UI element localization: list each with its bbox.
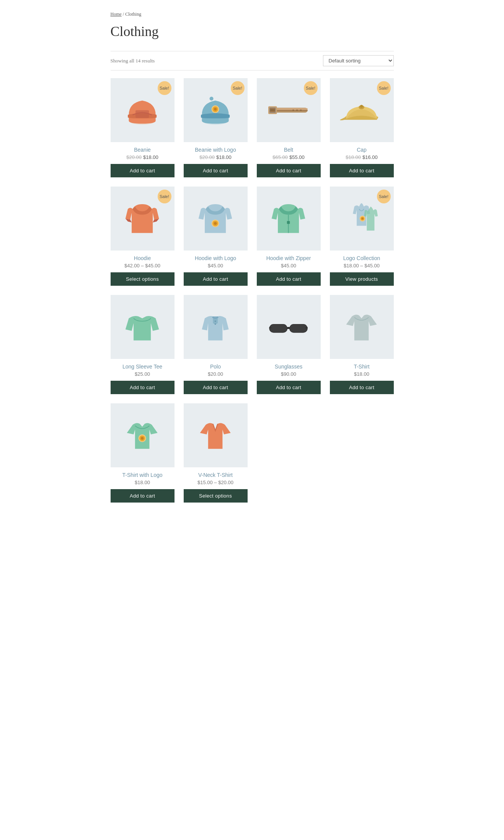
product-card-hoodie-logo: Hoodie with Logo $45.00 Add to cart <box>184 187 248 286</box>
product-card-cap: Sale! Cap $18.00$16.00 Add to cart <box>330 78 394 177</box>
results-count: Showing all 14 results <box>111 58 155 64</box>
breadcrumb: Home / Clothing <box>111 11 394 17</box>
product-image-long-sleeve-tee <box>111 295 175 359</box>
svg-point-5 <box>214 108 217 111</box>
product-image-hoodie: Sale! <box>111 187 175 251</box>
product-name-belt: Belt <box>284 147 293 153</box>
product-image-tshirt <box>330 295 394 359</box>
btn-select_options-hoodie[interactable]: Select options <box>111 272 175 286</box>
svg-rect-1 <box>135 110 149 118</box>
svg-point-20 <box>214 222 217 225</box>
toolbar: Showing all 14 results Default sorting S… <box>111 51 394 70</box>
product-name-beanie: Beanie <box>134 147 151 153</box>
product-card-tshirt-logo: T-Shirt with Logo $18.00 Add to cart <box>111 403 175 503</box>
product-price-beanie-logo: $20.00$18.00 <box>199 154 232 160</box>
product-image-beanie: Sale! <box>111 78 175 142</box>
product-price-sunglasses: $90.00 <box>281 371 296 377</box>
btn-add_to_cart-beanie-logo[interactable]: Add to cart <box>184 164 248 177</box>
product-image-tshirt-logo <box>111 403 175 467</box>
product-card-logo-collection: Sale! Logo Collection $18.00 – $45.00 Vi… <box>330 187 394 286</box>
svg-point-6 <box>210 97 214 100</box>
product-price-hoodie-logo: $45.00 <box>208 263 223 269</box>
svg-rect-34 <box>290 324 307 332</box>
product-card-sunglasses: Sunglasses $90.00 Add to cart <box>257 295 321 394</box>
btn-add_to_cart-tshirt-logo[interactable]: Add to cart <box>111 489 175 503</box>
product-name-hoodie-zipper: Hoodie with Zipper <box>266 255 311 261</box>
btn-add_to_cart-hoodie-logo[interactable]: Add to cart <box>184 272 248 286</box>
btn-add_to_cart-polo[interactable]: Add to cart <box>184 381 248 394</box>
svg-rect-33 <box>270 324 287 332</box>
svg-point-37 <box>141 437 144 440</box>
product-name-beanie-logo: Beanie with Logo <box>195 147 236 153</box>
product-price-tshirt-logo: $18.00 <box>135 480 150 485</box>
product-card-tshirt: T-Shirt $18.00 Add to cart <box>330 295 394 394</box>
product-price-long-sleeve-tee: $25.00 <box>135 371 150 377</box>
product-name-long-sleeve-tee: Long Sleeve Tee <box>122 364 162 370</box>
btn-add_to_cart-hoodie-zipper[interactable]: Add to cart <box>257 272 321 286</box>
product-name-hoodie: Hoodie <box>134 255 151 261</box>
sale-badge: Sale! <box>158 190 171 203</box>
btn-add_to_cart-long-sleeve-tee[interactable]: Add to cart <box>111 381 175 394</box>
product-image-beanie-logo: Sale! <box>184 78 248 142</box>
product-price-logo-collection: $18.00 – $45.00 <box>344 263 380 269</box>
product-price-hoodie: $42.00 – $45.00 <box>124 263 160 269</box>
product-price-tshirt: $18.00 <box>354 371 369 377</box>
product-name-tshirt: T-Shirt <box>354 364 369 370</box>
svg-point-27 <box>215 323 216 325</box>
btn-add_to_cart-belt[interactable]: Add to cart <box>257 164 321 177</box>
product-price-polo: $20.00 <box>208 371 223 377</box>
product-name-tshirt-logo: T-Shirt with Logo <box>122 472 162 478</box>
svg-rect-30 <box>287 327 290 329</box>
product-card-long-sleeve-tee: Long Sleeve Tee $25.00 Add to cart <box>111 295 175 394</box>
svg-point-26 <box>215 321 216 322</box>
product-price-beanie: $20.00$18.00 <box>126 154 158 160</box>
svg-point-25 <box>362 218 364 219</box>
product-image-vneck <box>184 403 248 467</box>
product-image-hoodie-logo <box>184 187 248 251</box>
product-price-belt: $65.00$55.00 <box>272 154 305 160</box>
product-price-vneck: $15.00 – $20.00 <box>197 480 233 485</box>
svg-point-15 <box>300 110 302 111</box>
product-card-polo: Polo $20.00 Add to cart <box>184 295 248 394</box>
product-name-sunglasses: Sunglasses <box>275 364 302 370</box>
product-card-belt: Sale! Belt $65.00$55.00 Add to cart <box>257 78 321 177</box>
btn-view_products-logo-collection[interactable]: View products <box>330 272 394 286</box>
svg-rect-12 <box>270 109 275 111</box>
sale-badge: Sale! <box>231 81 245 95</box>
sort-select[interactable]: Default sorting Sort by popularity Sort … <box>323 55 394 66</box>
btn-add_to_cart-tshirt[interactable]: Add to cart <box>330 381 394 394</box>
svg-point-13 <box>293 110 294 111</box>
product-name-logo-collection: Logo Collection <box>343 255 380 261</box>
product-name-cap: Cap <box>357 147 367 153</box>
btn-add_to_cart-beanie[interactable]: Add to cart <box>111 164 175 177</box>
product-card-beanie: Sale! Beanie $20.00$18.00 Add to cart <box>111 78 175 177</box>
product-name-vneck: V-Neck T-Shirt <box>198 472 233 478</box>
sale-badge: Sale! <box>377 190 391 203</box>
product-price-hoodie-zipper: $45.00 <box>281 263 296 269</box>
product-image-logo-collection: Sale! <box>330 187 394 251</box>
breadcrumb-home[interactable]: Home <box>111 11 122 17</box>
svg-rect-22 <box>287 221 290 224</box>
page-title: Clothing <box>111 23 394 39</box>
product-name-polo: Polo <box>210 364 221 370</box>
products-grid: Sale! Beanie $20.00$18.00 Add to cart Sa… <box>111 78 394 503</box>
sale-badge: Sale! <box>158 81 171 95</box>
btn-add_to_cart-sunglasses[interactable]: Add to cart <box>257 381 321 394</box>
product-card-hoodie-zipper: Hoodie with Zipper $45.00 Add to cart <box>257 187 321 286</box>
product-price-cap: $18.00$16.00 <box>346 154 378 160</box>
svg-point-14 <box>297 110 298 111</box>
product-image-belt: Sale! <box>257 78 321 142</box>
sale-badge: Sale! <box>377 81 391 95</box>
product-name-hoodie-logo: Hoodie with Logo <box>195 255 236 261</box>
product-image-hoodie-zipper <box>257 187 321 251</box>
svg-point-17 <box>360 105 363 108</box>
product-image-cap: Sale! <box>330 78 394 142</box>
product-image-polo <box>184 295 248 359</box>
page-wrapper: Home / Clothing Clothing Showing all 14 … <box>88 0 417 526</box>
btn-add_to_cart-cap[interactable]: Add to cart <box>330 164 394 177</box>
btn-select_options-vneck[interactable]: Select options <box>184 489 248 503</box>
product-card-hoodie: Sale! Hoodie $42.00 – $45.00 Select opti… <box>111 187 175 286</box>
breadcrumb-current: Clothing <box>125 11 141 17</box>
product-card-vneck: V-Neck T-Shirt $15.00 – $20.00 Select op… <box>184 403 248 503</box>
sale-badge: Sale! <box>304 81 318 95</box>
